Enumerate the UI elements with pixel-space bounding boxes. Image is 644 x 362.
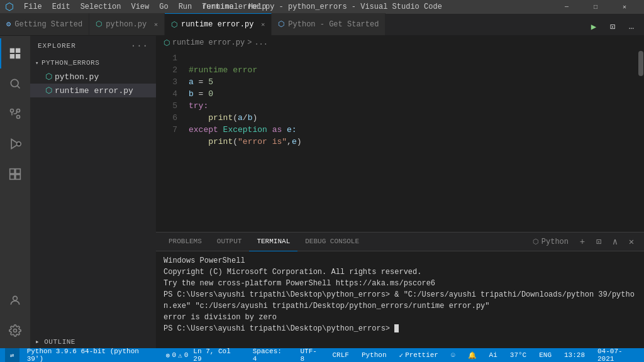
tab-label-getting-started: Getting Started [14,20,82,29]
status-python-version[interactable]: Python 3.9.6 64-bit (python 39') [25,348,158,362]
more-actions-button[interactable]: … [623,18,640,35]
tab-python-py[interactable]: ⬡ python.py ✕ [89,13,165,35]
run-button[interactable]: ▶ [585,18,602,35]
menu-edit[interactable]: Edit [47,0,75,14]
activity-settings[interactable] [0,315,30,346]
status-ln-col[interactable]: Ln 7, Col 29 [191,348,242,362]
activity-search[interactable] [0,69,30,99]
activity-explorer[interactable] [0,38,30,69]
breadcrumb-icon: ⬡ [164,38,170,48]
status-bar-right: Ln 7, Col 29 Spaces: 4 UTF-8 CRLF Python… [191,348,639,362]
menu-view[interactable]: View [126,0,154,14]
tab-label-runtime-error-py: runtime error.py [181,20,253,29]
terminal-line-8: PS C:\Users\ayushi tripathi\Desktop\pyth… [164,323,636,334]
activity-source-control[interactable] [0,99,30,129]
tab-python-get-started[interactable]: ⬡ Python - Get Started [272,13,386,35]
tab-icon-runtime-error-py: ⬡ [171,20,177,30]
breadcrumb: ⬡ runtime error.py > ... [156,36,644,50]
time-text: 13:28 [564,351,585,359]
status-feedback[interactable]: ☺ [448,348,458,362]
terminal-line-4: Try the new cross-platform PowerShell ht… [164,278,636,289]
file-item-runtime-error-py[interactable]: ⬡ runtime error.py [30,84,156,97]
window-controls: ─ □ ✕ [552,0,639,14]
check-icon: ✓ [399,351,404,359]
remote-icon: ⇌ [10,351,14,359]
line-numbers: 1 2 3 4 5 6 7 [156,50,184,232]
section-label: PYTHON_ERRORS [42,59,99,67]
terminal-add-button[interactable]: + [575,234,590,250]
maximize-button[interactable]: □ [581,0,610,14]
tab-debug-console[interactable]: DEBUG CONSOLE [297,233,367,251]
menu-run[interactable]: Run [174,0,197,14]
svg-rect-7 [10,169,15,174]
breadcrumb-file: runtime error.py [172,38,245,47]
temp-text: 37°C [510,351,526,359]
status-notifications[interactable]: 🔔 [465,348,479,362]
status-lang[interactable]: ENG [536,348,554,362]
status-line-ending[interactable]: CRLF [330,348,352,362]
code-container: 1 2 3 4 5 6 7 #runtime error a = 5 b = 0… [156,50,644,232]
split-editor-button[interactable]: ⊡ [604,18,621,35]
tab-icon-python-py: ⬡ [96,19,102,29]
line-ending-text: CRLF [333,351,349,359]
activity-account[interactable] [0,285,30,315]
status-ai[interactable]: Ai [487,348,500,362]
outline-section[interactable]: ▸ OUTLINE [30,335,80,348]
activity-bar-bottom [0,285,30,348]
main-layout: Explorer ··· ▾ PYTHON_ERRORS ⬡ python.py… [0,36,644,348]
status-prettier[interactable]: ✓ Prettier [397,348,441,362]
tab-runtime-error-py[interactable]: ⬡ runtime error.py ✕ [165,13,272,35]
menu-file[interactable]: File [19,0,47,14]
svg-rect-10 [16,175,21,180]
terminal-tabs: PROBLEMS OUTPUT TERMINAL DEBUG CONSOLE ⬡… [156,233,644,251]
python-terminal-label: ⬡ Python [533,238,569,246]
tab-problems[interactable]: PROBLEMS [161,233,209,251]
svg-line-1 [18,86,20,89]
minimize-button[interactable]: ─ [552,0,581,14]
tab-close-python-py[interactable]: ✕ [154,21,158,28]
svg-point-12 [14,329,17,332]
file-item-python-py[interactable]: ⬡ python.py [30,70,156,84]
terminal-python-text: Python [541,238,569,246]
svg-point-6 [17,142,21,146]
activity-extensions[interactable] [0,159,30,189]
code-content[interactable]: #runtime error a = 5 b = 0 try: print(a/… [184,50,587,232]
error-icon: ⊗ [166,351,170,359]
svg-rect-8 [16,169,21,174]
close-button[interactable]: ✕ [610,0,639,14]
svg-point-11 [13,296,18,300]
activity-run-debug[interactable] [0,129,30,159]
terminal-content[interactable]: Windows PowerShell Copyright (C) Microso… [156,251,644,348]
tab-terminal[interactable]: TERMINAL [249,233,297,251]
svg-point-3 [17,116,20,119]
terminal-line-2: Copyright (C) Microsoft Corporation. All… [164,266,636,278]
app-icon: ⬡ [5,1,14,13]
tab-close-runtime-error-py[interactable]: ✕ [261,21,265,28]
status-remote[interactable]: ⇌ [5,348,19,362]
menu-go[interactable]: Go [154,0,173,14]
breadcrumb-separator: > [247,38,252,47]
status-encoding[interactable]: UTF-8 [298,348,323,362]
status-spaces[interactable]: Spaces: 4 [250,348,291,362]
bell-icon: 🔔 [468,351,477,359]
section-arrow: ▾ [35,60,39,67]
status-time[interactable]: 13:28 [562,348,587,362]
file-name-python-py: python.py [55,72,99,82]
terminal-close-button[interactable]: ✕ [624,234,639,250]
menu-selection[interactable]: Selection [75,0,126,14]
tab-output[interactable]: OUTPUT [209,233,250,251]
terminal-panel: PROBLEMS OUTPUT TERMINAL DEBUG CONSOLE ⬡… [156,232,644,348]
python-version-text: Python 3.9.6 64-bit (python 39') [27,348,156,362]
sidebar-more-button[interactable]: ··· [131,41,148,51]
tab-getting-started[interactable]: ⚙ Getting Started [0,13,89,35]
status-temp[interactable]: 37°C [508,348,529,362]
status-errors[interactable]: ⊗ 0 ⚠ 0 [164,348,191,362]
terminal-python-icon: ⬡ [533,238,539,246]
terminal-maximize-button[interactable]: ∧ [608,234,623,250]
status-date[interactable]: 04-07-2021 [595,348,639,362]
scrollbar[interactable] [638,50,644,232]
section-title-python-errors[interactable]: ▾ PYTHON_ERRORS [30,56,156,70]
terminal-split-button[interactable]: ⊡ [591,234,606,250]
status-language[interactable]: Python [359,348,389,362]
ln-col-text: Ln 7, Col 29 [193,348,240,362]
